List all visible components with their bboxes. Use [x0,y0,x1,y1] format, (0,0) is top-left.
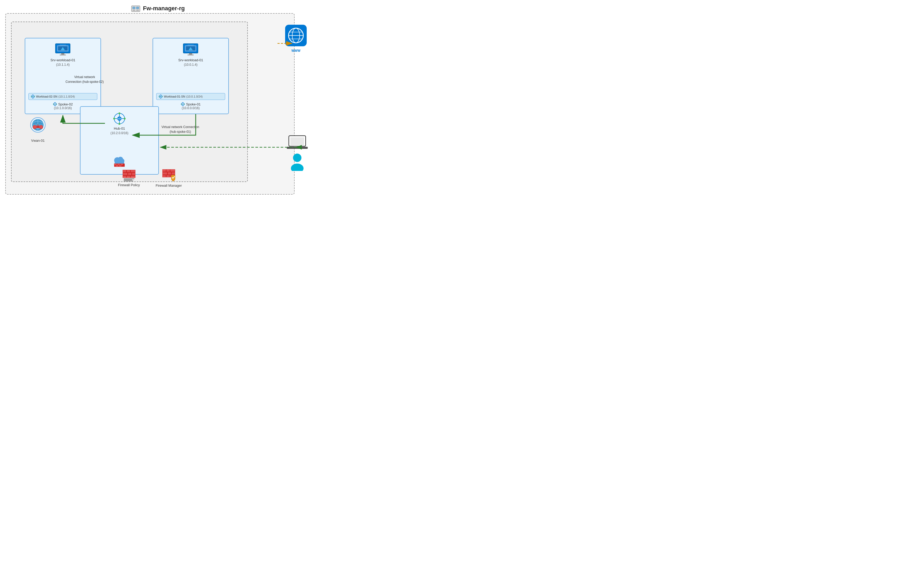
svg-point-28 [160,96,161,97]
vwan-area: Vwan-01 [27,115,49,143]
svg-rect-74 [132,173,135,175]
vnet-right: Srv-workload-01 (10.0.1.4) Workload-01-S… [153,38,229,114]
rg-header: Fw-manager-rg [0,4,316,13]
svg-rect-85 [162,172,167,175]
svg-rect-62 [121,164,123,165]
vm-right-label: Srv-workload-01 (10.0.1.4) [178,58,203,67]
svg-rect-25 [187,54,194,55]
vm-right-icon [182,43,199,57]
svg-point-17 [55,104,55,105]
vm-left-icon [55,43,71,57]
svg-rect-88 [162,175,166,177]
rg-box: Srv-workload-01 (10.1.1.4) Workload-02-S… [5,13,294,195]
svg-point-52 [118,123,120,125]
connection-label-02: Virtual networkConnection (hub-spoke-02) [66,75,104,84]
firewall-manager-icon [162,167,176,182]
user-icon [289,153,306,171]
vm-left-label: Srv-workload-01 (10.1.1.4) [50,58,76,67]
svg-point-32 [182,104,183,105]
svg-rect-72 [123,173,127,175]
svg-rect-75 [123,176,126,178]
svg-point-29 [159,96,160,97]
svg-rect-7 [60,45,66,45]
subnet-left: Workload-02-SN (10.1.1.0/24) [28,93,98,100]
svg-rect-24 [189,53,192,54]
vnet-left-icon [53,102,57,106]
firewall-policy-icon [121,168,136,181]
svg-point-33 [181,104,182,105]
vnet-right-label: Spoke-01 (10.0.0.0/16) [153,102,228,110]
svg-text:</>: </> [118,117,121,120]
svg-point-19 [56,104,57,105]
svg-point-13 [32,96,33,97]
inner-box: Srv-workload-01 (10.1.1.4) Workload-02-S… [11,22,248,182]
svg-rect-89 [167,175,170,177]
www-area: WWW [284,24,308,47]
laptop-icon [287,135,308,151]
svg-rect-64 [119,165,121,167]
rg-icon [131,4,140,13]
svg-point-102 [291,164,304,171]
svg-rect-4 [136,10,139,11]
hub-icon: </> [112,112,127,125]
hub-label: Hub-01 (10.2.0.0/16) [110,126,128,135]
svg-rect-83 [167,169,170,172]
svg-point-34 [184,104,185,105]
svg-rect-71 [131,170,135,172]
svg-rect-10 [60,54,66,55]
vnet-right-icon2 [181,102,185,106]
svg-rect-98 [290,137,304,145]
svg-rect-82 [162,169,166,172]
hub-box: </> Hub-01 (10.2.0.0/16) [80,106,159,175]
svg-rect-84 [170,169,175,172]
svg-point-53 [113,118,115,119]
svg-rect-87 [172,172,175,175]
svg-rect-60 [114,164,117,165]
svg-rect-22 [187,45,194,45]
subnet-right: Workload-01-SN (10.0.1.0/24) [156,93,225,100]
user-area [287,135,308,171]
svg-rect-1 [132,7,135,9]
svg-point-18 [53,104,54,105]
www-icon [284,24,308,47]
svg-rect-43 [36,126,39,128]
svg-rect-73 [128,173,131,175]
svg-rect-70 [126,170,130,172]
svg-rect-3 [132,10,135,11]
svg-rect-77 [131,176,135,178]
firewall-policy-legend: Firewall Policy [118,168,140,187]
svg-rect-76 [126,176,130,178]
svg-rect-63 [116,165,118,167]
vwan-icon [27,115,49,137]
svg-rect-9 [61,53,64,54]
svg-rect-86 [168,172,171,175]
subnet-right-icon [159,94,163,99]
svg-point-30 [162,96,162,97]
svg-point-50 [118,113,120,115]
svg-rect-69 [123,170,126,172]
svg-point-51 [124,118,126,119]
rg-title: Fw-manager-rg [143,5,185,12]
svg-point-101 [293,154,301,162]
svg-rect-61 [117,164,120,165]
svg-point-15 [34,96,35,97]
svg-point-14 [31,96,32,97]
svg-rect-100 [294,146,301,147]
subnet-left-icon [31,94,35,99]
svg-rect-2 [136,7,139,9]
firewall-hub-icon [112,155,127,168]
firewall-manager-legend: Firewall Manager [156,167,182,187]
connection-label-01: Virtual network Connection(hub-spoke-01) [162,125,199,134]
diagram-root: Fw-manager-rg [0,0,316,205]
legend-area: Firewall Policy [118,167,182,187]
